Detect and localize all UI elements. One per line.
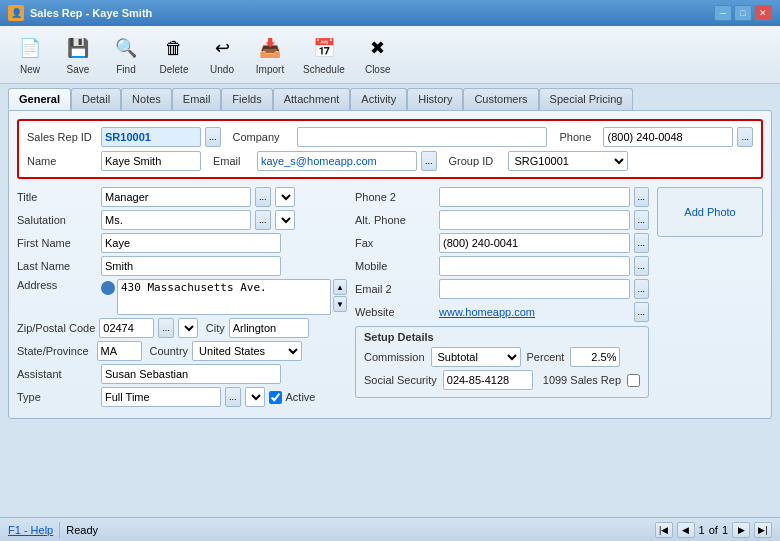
address-scroll[interactable]: ▲ ▼ bbox=[333, 279, 347, 312]
company-input[interactable] bbox=[297, 127, 548, 147]
save-button[interactable]: 💾 Save bbox=[56, 30, 100, 79]
minimize-button[interactable]: ─ bbox=[714, 5, 732, 21]
schedule-icon: 📅 bbox=[310, 34, 338, 62]
group-id-select[interactable]: SRG10001 bbox=[508, 151, 628, 171]
name-input[interactable] bbox=[101, 151, 201, 171]
new-button[interactable]: 📄 New bbox=[8, 30, 52, 79]
address-textarea[interactable]: 430 Massachusetts Ave. bbox=[117, 279, 331, 315]
type-lookup-btn[interactable]: ... bbox=[225, 387, 241, 407]
tab-notes[interactable]: Notes bbox=[121, 88, 172, 110]
zip-lookup-btn[interactable]: ... bbox=[158, 318, 174, 338]
sales-rep-id-lookup-button[interactable]: ... bbox=[205, 127, 221, 147]
page-total: 1 bbox=[722, 524, 728, 536]
fax-dots-btn[interactable]: ... bbox=[634, 233, 650, 253]
tab-fields[interactable]: Fields bbox=[221, 88, 272, 110]
website-link[interactable]: www.homeapp.com bbox=[439, 306, 535, 318]
email2-label: Email 2 bbox=[355, 283, 435, 295]
import-button[interactable]: 📥 Import bbox=[248, 30, 292, 79]
status-bar: F1 - Help Ready |◀ ◀ 1 of 1 ▶ ▶| bbox=[0, 517, 780, 541]
zip-input[interactable] bbox=[99, 318, 154, 338]
fax-input[interactable] bbox=[439, 233, 630, 253]
nav-next-button[interactable]: ▶ bbox=[732, 522, 750, 538]
delete-button[interactable]: 🗑 Delete bbox=[152, 30, 196, 79]
zip-select[interactable]: ▼ bbox=[178, 318, 198, 338]
salutation-lookup-btn[interactable]: ... bbox=[255, 210, 271, 230]
type-row: Type ... ▼ Active bbox=[17, 387, 347, 407]
sales-rep-id-input[interactable] bbox=[101, 127, 201, 147]
add-photo-button[interactable]: Add Photo bbox=[657, 187, 763, 237]
phone-lookup-button[interactable]: ... bbox=[737, 127, 753, 147]
toolbar: 📄 New 💾 Save 🔍 Find 🗑 Delete ↩ Undo 📥 Im… bbox=[0, 26, 780, 84]
title-bar-left: 👤 Sales Rep - Kaye Smith bbox=[8, 5, 152, 21]
salutation-select[interactable]: ▼ bbox=[275, 210, 295, 230]
undo-button[interactable]: ↩ Undo bbox=[200, 30, 244, 79]
tab-attachment[interactable]: Attachment bbox=[273, 88, 351, 110]
fax-row: Fax ... bbox=[355, 233, 649, 253]
state-input[interactable] bbox=[97, 341, 142, 361]
alt-phone-input[interactable] bbox=[439, 210, 630, 230]
active-checkbox[interactable] bbox=[269, 391, 282, 404]
title-select[interactable]: ▼ bbox=[275, 187, 295, 207]
email-input[interactable] bbox=[257, 151, 417, 171]
salutation-label: Salutation bbox=[17, 214, 97, 226]
email2-input[interactable] bbox=[439, 279, 630, 299]
city-input[interactable] bbox=[229, 318, 309, 338]
last-name-input[interactable] bbox=[101, 256, 281, 276]
close-icon: ✖ bbox=[364, 34, 392, 62]
address-label: Address bbox=[17, 279, 97, 291]
page-current: 1 bbox=[699, 524, 705, 536]
email2-dots-btn[interactable]: ... bbox=[634, 279, 650, 299]
help-link[interactable]: F1 - Help bbox=[8, 524, 53, 536]
close-window-button[interactable]: ✕ bbox=[754, 5, 772, 21]
salutation-input[interactable] bbox=[101, 210, 251, 230]
country-select[interactable]: United States bbox=[192, 341, 302, 361]
nav-prev-button[interactable]: ◀ bbox=[677, 522, 695, 538]
email-lookup-button[interactable]: ... bbox=[421, 151, 437, 171]
phone-input[interactable] bbox=[603, 127, 733, 147]
mobile-dots-btn[interactable]: ... bbox=[634, 256, 650, 276]
type-select[interactable]: ▼ bbox=[245, 387, 265, 407]
first-name-input[interactable] bbox=[101, 233, 281, 253]
social-security-input[interactable] bbox=[443, 370, 533, 390]
nav-last-button[interactable]: ▶| bbox=[754, 522, 772, 538]
tab-activity[interactable]: Activity bbox=[350, 88, 407, 110]
import-label: Import bbox=[256, 64, 284, 75]
tab-customers[interactable]: Customers bbox=[463, 88, 538, 110]
delete-icon: 🗑 bbox=[160, 34, 188, 62]
tab-history[interactable]: History bbox=[407, 88, 463, 110]
tab-general[interactable]: General bbox=[8, 88, 71, 110]
find-button[interactable]: 🔍 Find bbox=[104, 30, 148, 79]
undo-label: Undo bbox=[210, 64, 234, 75]
address-scroll-down[interactable]: ▼ bbox=[333, 296, 347, 312]
mobile-input[interactable] bbox=[439, 256, 630, 276]
nav-first-button[interactable]: |◀ bbox=[655, 522, 673, 538]
percent-input[interactable] bbox=[570, 347, 620, 367]
schedule-button[interactable]: 📅 Schedule bbox=[296, 30, 352, 79]
percent-label: Percent bbox=[527, 351, 565, 363]
assistant-input[interactable] bbox=[101, 364, 281, 384]
tab-special-pricing[interactable]: Special Pricing bbox=[539, 88, 634, 110]
alt-phone-row: Alt. Phone ... bbox=[355, 210, 649, 230]
commission-select[interactable]: Subtotal bbox=[431, 347, 521, 367]
zip-row: Zip/Postal Code ... ▼ City bbox=[17, 318, 347, 338]
zip-label: Zip/Postal Code bbox=[17, 322, 95, 334]
phone2-dots-btn[interactable]: ... bbox=[634, 187, 650, 207]
address-scroll-up[interactable]: ▲ bbox=[333, 279, 347, 295]
title-lookup-btn[interactable]: ... bbox=[255, 187, 271, 207]
tab-email[interactable]: Email bbox=[172, 88, 222, 110]
title-input[interactable] bbox=[101, 187, 251, 207]
title-controls[interactable]: ─ □ ✕ bbox=[714, 5, 772, 21]
type-input[interactable] bbox=[101, 387, 221, 407]
new-icon: 📄 bbox=[16, 34, 44, 62]
undo-icon: ↩ bbox=[208, 34, 236, 62]
company-label: Company bbox=[233, 131, 293, 143]
maximize-button[interactable]: □ bbox=[734, 5, 752, 21]
website-dots-btn[interactable]: ... bbox=[634, 302, 650, 322]
close-button[interactable]: ✖ Close bbox=[356, 30, 400, 79]
mobile-label: Mobile bbox=[355, 260, 435, 272]
schedule-label: Schedule bbox=[303, 64, 345, 75]
phone2-input[interactable] bbox=[439, 187, 630, 207]
sales-rep-1099-checkbox[interactable] bbox=[627, 374, 640, 387]
alt-phone-dots-btn[interactable]: ... bbox=[634, 210, 650, 230]
tab-detail[interactable]: Detail bbox=[71, 88, 121, 110]
